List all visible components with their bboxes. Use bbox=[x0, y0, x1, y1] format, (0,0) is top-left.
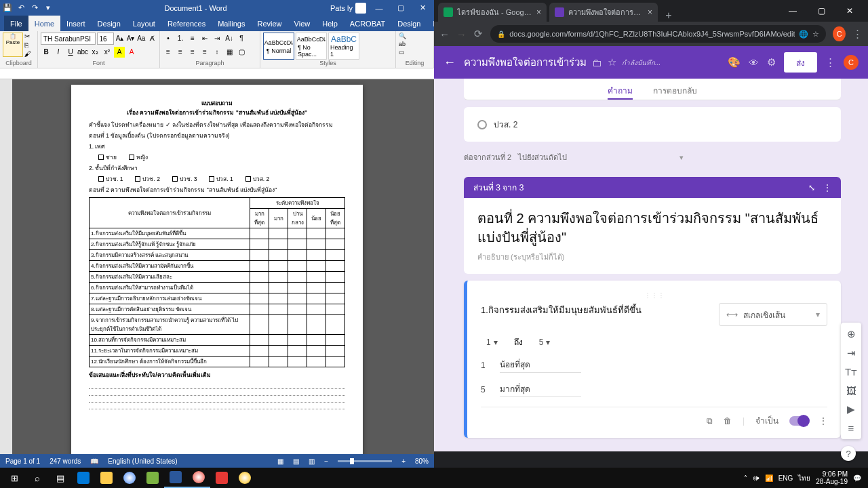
sort-icon[interactable]: A↓ bbox=[224, 33, 235, 43]
tab-mailings[interactable]: Mailings bbox=[212, 16, 251, 31]
view-read-icon[interactable]: ▦ bbox=[277, 458, 283, 465]
font-color-icon[interactable]: A bbox=[126, 47, 137, 58]
paste-button[interactable]: 📋Paste bbox=[3, 33, 23, 57]
star-icon[interactable]: ☆ bbox=[608, 56, 616, 68]
scale-from-select[interactable]: 1▾ bbox=[486, 338, 498, 347]
goto-next-dropdown[interactable]: ไปยังส่วนถัดไป▾ bbox=[518, 151, 684, 163]
question-title-input[interactable]: 1.กิจกรรมส่งเสริมให้มีมนุษยสัมพันธ์ที่ดี… bbox=[481, 303, 708, 320]
section-more-icon[interactable]: ⋮ bbox=[823, 183, 831, 192]
tab-file[interactable]: File bbox=[4, 16, 28, 31]
tab-design[interactable]: Design bbox=[92, 16, 127, 31]
tab-review[interactable]: Review bbox=[252, 16, 288, 31]
question-card[interactable]: ⋮⋮⋮ 1.กิจกรรมส่งเสริมให้มีมนุษยสัมพันธ์ท… bbox=[464, 281, 841, 438]
radio-icon[interactable] bbox=[477, 120, 487, 129]
app-c2-icon[interactable] bbox=[210, 468, 233, 488]
collapse-icon[interactable]: ⤡ bbox=[808, 183, 815, 192]
folder-icon[interactable]: 🗀 bbox=[592, 57, 602, 68]
chrome-maximize-icon[interactable]: ▢ bbox=[807, 0, 835, 22]
settings-icon[interactable]: ⚙ bbox=[767, 56, 776, 68]
tab-layout[interactable]: Layout bbox=[127, 16, 161, 31]
status-lang[interactable]: English (United States) bbox=[108, 458, 177, 465]
save-icon[interactable]: 💾 bbox=[3, 3, 12, 12]
close-icon[interactable]: × bbox=[536, 7, 541, 17]
view-print-icon[interactable]: ▤ bbox=[293, 458, 299, 465]
address-bar[interactable]: 🔒 docs.google.com/forms/d/1QhFC_RZlzU8Th… bbox=[490, 25, 826, 43]
status-words[interactable]: 247 words bbox=[50, 458, 81, 465]
translate-icon[interactable]: 🌐 bbox=[799, 30, 808, 39]
scale-to-select[interactable]: 5▾ bbox=[539, 338, 551, 347]
add-question-icon[interactable]: ⊕ bbox=[847, 328, 856, 340]
word-page[interactable]: แบบสอบถาม เรื่อง ความพึงพอใจต่อการเข้าร่… bbox=[71, 85, 363, 454]
word-vertical-ruler[interactable] bbox=[0, 79, 12, 454]
chrome-tab-forms[interactable]: ความพึงพอใจต่อการเข้าร่วมกิจกรรม× bbox=[549, 3, 658, 22]
underline-icon[interactable]: U bbox=[65, 47, 76, 58]
tab-help[interactable]: Help bbox=[316, 16, 344, 31]
close-icon[interactable]: × bbox=[648, 7, 652, 17]
chrome-profile[interactable]: C bbox=[833, 26, 845, 41]
word-close-icon[interactable]: ✕ bbox=[414, 3, 431, 12]
view-web-icon[interactable]: ▥ bbox=[309, 458, 315, 465]
word-ruler[interactable] bbox=[0, 68, 434, 79]
status-spelling-icon[interactable]: 📖 bbox=[90, 458, 98, 465]
qat-more-icon[interactable]: ▾ bbox=[43, 3, 53, 12]
start-button[interactable]: ⊞ bbox=[3, 468, 26, 488]
multilevel-icon[interactable]: ≡ bbox=[187, 33, 198, 43]
tab-questions[interactable]: คำถาม bbox=[608, 79, 633, 100]
copy-icon[interactable]: ⎘ bbox=[24, 41, 31, 49]
scale-label-high-input[interactable]: มากที่สุด bbox=[500, 382, 581, 397]
shading-icon[interactable]: ▦ bbox=[224, 46, 235, 57]
forms-title[interactable]: ความพึงพอใจต่อการเข้าร่วม bbox=[464, 54, 587, 70]
notifications-icon[interactable]: 💬 bbox=[853, 474, 861, 482]
superscript-icon[interactable]: x² bbox=[102, 47, 113, 58]
chrome-tab-drive[interactable]: ไดรฟ์ของฉัน - Google ไดรฟ์× bbox=[438, 3, 547, 22]
app-chrome2-icon[interactable] bbox=[233, 468, 256, 488]
indent-icon[interactable]: ⇥ bbox=[212, 33, 222, 43]
radio-option-card[interactable]: ปวส. 2 bbox=[464, 107, 841, 142]
redo-icon[interactable]: ↷ bbox=[30, 3, 39, 12]
style-normal[interactable]: AaBbCcDเ¶ Normal bbox=[263, 33, 294, 60]
section-card[interactable]: ตอนที่ 2 ความพึงพอใจต่อการเข้าร่วมกิจกรร… bbox=[464, 198, 841, 274]
back-icon[interactable]: ← bbox=[439, 28, 450, 40]
line-spacing-icon[interactable]: ↕ bbox=[212, 46, 222, 57]
tray-up-icon[interactable]: ˄ bbox=[744, 474, 747, 482]
import-question-icon[interactable]: ⇥ bbox=[847, 347, 856, 359]
font-family-select[interactable]: TH SarabunPSI bbox=[41, 33, 96, 45]
edge-icon[interactable] bbox=[72, 468, 95, 488]
add-title-icon[interactable]: Tᴛ bbox=[845, 366, 857, 378]
style-heading1[interactable]: AaBbCHeading 1 bbox=[328, 33, 359, 60]
bullets-icon[interactable]: • bbox=[163, 33, 174, 43]
word-minimize-icon[interactable]: — bbox=[370, 4, 388, 12]
replace-button[interactable]: ab bbox=[399, 41, 431, 47]
add-section-icon[interactable]: ≡ bbox=[848, 422, 854, 434]
undo-icon[interactable]: ↶ bbox=[16, 3, 26, 12]
add-image-icon[interactable]: 🖼 bbox=[846, 385, 856, 396]
format-painter-icon[interactable]: 🖌 bbox=[24, 50, 31, 58]
app-c1-icon[interactable] bbox=[141, 468, 164, 488]
clear-format-icon[interactable]: A̸ bbox=[147, 33, 157, 44]
shrink-font-icon[interactable]: A▾ bbox=[126, 33, 136, 44]
status-page[interactable]: Page 1 of 1 bbox=[5, 458, 40, 465]
align-right-icon[interactable]: ≡ bbox=[187, 46, 198, 57]
borders-icon[interactable]: ▢ bbox=[236, 46, 247, 57]
italic-icon[interactable]: I bbox=[53, 47, 64, 58]
find-button[interactable]: 🔍 bbox=[399, 33, 431, 39]
word-taskbar-icon[interactable] bbox=[164, 468, 187, 488]
preview-icon[interactable]: 👁 bbox=[749, 57, 759, 68]
justify-icon[interactable]: ≡ bbox=[199, 46, 210, 57]
forms-back-icon[interactable]: ← bbox=[443, 56, 456, 70]
font-size-select[interactable]: 16 bbox=[97, 33, 114, 45]
show-marks-icon[interactable]: ¶ bbox=[236, 33, 247, 43]
bold-icon[interactable]: B bbox=[41, 47, 52, 58]
chrome-menu-icon[interactable]: ⋮ bbox=[852, 28, 863, 40]
required-toggle[interactable] bbox=[789, 416, 808, 426]
zoom-slider[interactable] bbox=[338, 460, 392, 462]
help-icon[interactable]: ? bbox=[841, 446, 856, 461]
reload-icon[interactable]: ⟳ bbox=[473, 28, 484, 40]
chrome-minimize-icon[interactable]: — bbox=[778, 0, 807, 22]
strike-icon[interactable]: abc bbox=[77, 47, 88, 58]
tab-responses[interactable]: การตอบกลับ bbox=[653, 79, 697, 100]
search-icon[interactable]: ⌕ bbox=[26, 468, 49, 488]
theme-icon[interactable]: 🎨 bbox=[728, 56, 741, 68]
change-case-icon[interactable]: Aa bbox=[136, 33, 146, 44]
question-more-icon[interactable]: ⋮ bbox=[819, 416, 827, 426]
